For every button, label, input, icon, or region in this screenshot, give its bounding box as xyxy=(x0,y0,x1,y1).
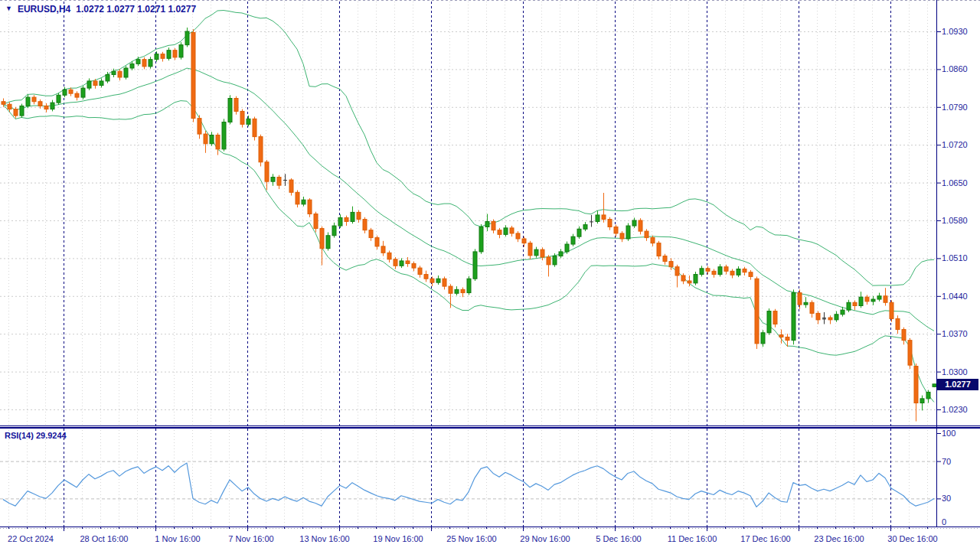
price-tick-label: 1.0720 xyxy=(942,140,980,149)
price-tick-label: 1.0580 xyxy=(942,216,980,225)
time-label: 23 Dec 16:00 xyxy=(814,534,864,543)
time-label: 29 Nov 16:00 xyxy=(520,534,570,543)
time-label: 28 Oct 16:00 xyxy=(80,534,129,543)
price-tick-label: 1.0370 xyxy=(942,329,980,338)
rsi-tick-label: 30 xyxy=(942,494,980,503)
rsi-indicator-pane[interactable] xyxy=(0,429,936,527)
price-chart-pane[interactable] xyxy=(0,0,936,425)
rsi-indicator-label: RSI(14) 29.9244 xyxy=(5,431,67,440)
time-label: 13 Nov 16:00 xyxy=(299,534,349,543)
time-label: 19 Nov 16:00 xyxy=(373,534,423,543)
current-price-tag: 1.0277 xyxy=(937,379,978,390)
time-label: 22 Oct 2024 xyxy=(8,534,54,543)
price-tick-label: 1.0650 xyxy=(942,178,980,187)
time-label: 1 Nov 16:00 xyxy=(155,534,200,543)
chart-header: ▼ EURUSD,H4 1.0272 1.0277 1.0271 1.0277 xyxy=(5,4,196,15)
time-label: 7 Nov 16:00 xyxy=(228,534,273,543)
ohlc-quote-values: 1.0272 1.0277 1.0271 1.0277 xyxy=(76,4,196,15)
time-label: 25 Nov 16:00 xyxy=(446,534,496,543)
time-label: 5 Dec 16:00 xyxy=(596,534,641,543)
symbol-timeframe-label: EURUSD,H4 xyxy=(18,4,70,15)
time-label: 11 Dec 16:00 xyxy=(668,534,717,543)
symbol-dropdown-icon[interactable]: ▼ xyxy=(5,5,12,12)
price-tick-label: 1.0790 xyxy=(942,103,980,112)
rsi-tick-label: 70 xyxy=(942,457,980,466)
rsi-tick-label: 100 xyxy=(942,429,980,438)
price-tick-label: 1.0510 xyxy=(942,253,980,262)
price-axis-scale[interactable] xyxy=(936,0,980,527)
price-tick-label: 1.0860 xyxy=(942,64,980,73)
price-tick-label: 1.0230 xyxy=(942,405,980,414)
price-tick-label: 1.0440 xyxy=(942,292,980,301)
time-label: 30 Dec 16:00 xyxy=(887,534,937,543)
time-label: 17 Dec 16:00 xyxy=(740,534,790,543)
price-tick-label: 1.0300 xyxy=(942,367,980,377)
price-tick-label: 1.0930 xyxy=(942,27,980,36)
mt4-chart-window: ▼ EURUSD,H4 1.0272 1.0277 1.0271 1.0277 … xyxy=(0,0,980,551)
rsi-tick-label: 0 xyxy=(942,517,980,527)
